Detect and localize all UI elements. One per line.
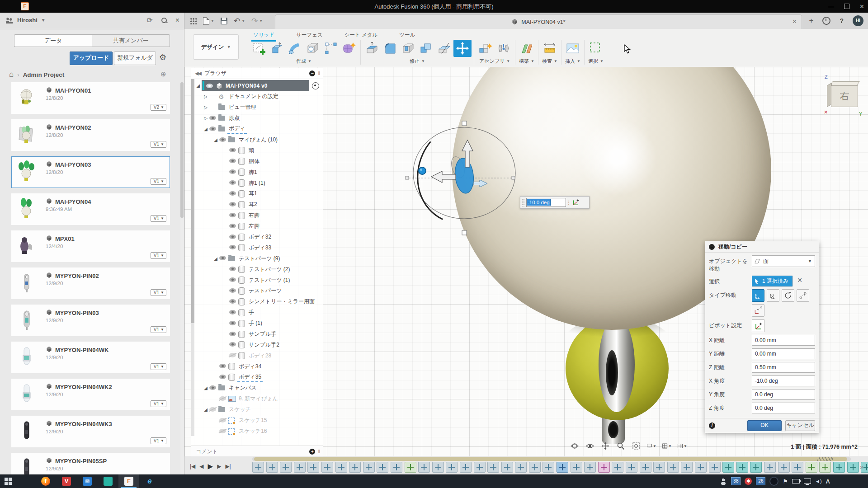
project-card[interactable]: MAI-PYON0212/8/20V1▼ bbox=[11, 119, 170, 151]
tray-badge[interactable]: 38 bbox=[731, 477, 741, 485]
close-window-button[interactable]: ✕ bbox=[859, 3, 864, 10]
timeline-feature-icon[interactable] bbox=[571, 462, 582, 473]
tree-row[interactable]: ◢テストパーツ (9) bbox=[191, 253, 323, 264]
rotate-handle-dot[interactable] bbox=[419, 167, 426, 174]
move-manipulator[interactable] bbox=[399, 108, 534, 244]
home-icon[interactable]: ⌂ bbox=[9, 70, 14, 79]
ribbon-group-label[interactable]: 検査▼ bbox=[542, 58, 557, 65]
tab-data[interactable]: データ bbox=[14, 34, 92, 47]
eye-icon[interactable] bbox=[229, 299, 236, 304]
field-input[interactable]: 0.0 deg bbox=[752, 389, 815, 400]
eye-icon[interactable] bbox=[229, 213, 236, 217]
minimize-button[interactable]: — bbox=[828, 3, 834, 10]
version-badge[interactable]: V1▼ bbox=[151, 252, 166, 259]
document-tab[interactable]: MAI-PYON04 v1* ✕ bbox=[275, 14, 802, 29]
go-to-start-button[interactable]: |◀ bbox=[190, 463, 195, 469]
tree-row[interactable]: テストパーツ bbox=[191, 286, 323, 296]
eye-icon[interactable] bbox=[229, 342, 236, 347]
project-card[interactable]: MYPYON-PIN05SP12/9/20V1▼ bbox=[11, 453, 170, 474]
timeline-feature-icon[interactable] bbox=[584, 462, 596, 473]
sweep-icon[interactable] bbox=[286, 40, 304, 57]
tree-row[interactable]: ▷⚙ドキュメントの設定 bbox=[191, 91, 323, 102]
taskbar-app-vlc[interactable]: V bbox=[56, 474, 77, 488]
timeline-feature-icon[interactable] bbox=[847, 462, 859, 473]
ime-icon[interactable]: A bbox=[826, 478, 830, 485]
timeline-feature-icon[interactable] bbox=[626, 462, 637, 473]
select-icon[interactable] bbox=[587, 40, 605, 57]
close-tab-icon[interactable]: ✕ bbox=[792, 18, 797, 25]
translate-right-arrow[interactable] bbox=[474, 180, 487, 187]
project-card[interactable]: MYPYON-PIN0312/9/20V1▼ bbox=[11, 305, 170, 336]
canvas-icon[interactable] bbox=[564, 40, 582, 57]
activate-radio-icon[interactable] bbox=[312, 82, 319, 89]
timeline-overflow-icon[interactable]: » bbox=[860, 463, 863, 470]
go-to-end-button[interactable]: ▶| bbox=[225, 463, 231, 469]
ribbon-group-label[interactable]: 修正▼ bbox=[410, 58, 425, 65]
app-launcher-icon[interactable] bbox=[190, 18, 197, 24]
taskbar-app-firefox[interactable]: f bbox=[35, 474, 56, 488]
eye-icon[interactable] bbox=[229, 310, 236, 314]
breadcrumb-project[interactable]: Admin Project bbox=[23, 71, 65, 78]
expand-icon[interactable]: ▷ bbox=[202, 94, 209, 99]
plane-icon[interactable] bbox=[518, 40, 536, 57]
sketch-icon[interactable] bbox=[250, 40, 268, 57]
tree-row[interactable]: 耳1 bbox=[191, 188, 323, 199]
tray-alert-icon[interactable]: ✱ bbox=[745, 478, 752, 485]
ribbon-group-label[interactable]: 選択▼ bbox=[588, 58, 604, 65]
measure-icon[interactable] bbox=[541, 40, 559, 57]
timeline-feature-icon[interactable] bbox=[405, 462, 416, 473]
eye-icon[interactable] bbox=[229, 202, 236, 206]
model-slot[interactable] bbox=[606, 350, 618, 395]
version-badge[interactable]: V1▼ bbox=[151, 363, 166, 370]
tree-row[interactable]: 脚1 (1) bbox=[191, 178, 323, 188]
eye-icon[interactable] bbox=[209, 407, 216, 412]
tree-row[interactable]: ◢マイぴょん (10) bbox=[191, 135, 323, 145]
taskbar-app-ie[interactable]: e bbox=[139, 474, 160, 488]
tree-row[interactable]: 頭 bbox=[191, 145, 323, 156]
field-input[interactable]: 0.00 mm bbox=[752, 335, 815, 346]
eye-icon[interactable] bbox=[229, 180, 236, 185]
drag-handle-icon[interactable] bbox=[521, 198, 525, 206]
ribbon-group-label[interactable]: 構築▼ bbox=[519, 58, 534, 65]
expand-icon[interactable]: ▷ bbox=[202, 105, 209, 110]
timeline-feature-icon[interactable] bbox=[695, 462, 707, 473]
eye-icon[interactable] bbox=[229, 235, 236, 239]
joint-icon[interactable] bbox=[495, 40, 513, 57]
timeline-feature-icon[interactable] bbox=[391, 462, 402, 473]
eye-icon[interactable] bbox=[229, 191, 236, 196]
point-to-position-icon[interactable] bbox=[752, 304, 764, 317]
move-axis-icon[interactable] bbox=[752, 289, 764, 302]
timeline-feature-icon[interactable] bbox=[819, 462, 831, 473]
tree-row[interactable]: 脚1 bbox=[191, 167, 323, 178]
view-cube[interactable]: Z 右 ✕ Y bbox=[821, 73, 866, 123]
timeline-feature-icon[interactable] bbox=[612, 462, 623, 473]
taskbar-app-mail[interactable]: ✉ bbox=[77, 474, 98, 488]
comment-bar[interactable]: コメント + ‖ bbox=[191, 446, 323, 456]
value-input-toolbar[interactable]: -10.0 deg ⋮ bbox=[520, 196, 590, 209]
search-icon[interactable] bbox=[161, 17, 167, 23]
hole-icon[interactable] bbox=[304, 40, 322, 57]
eye-icon[interactable] bbox=[219, 418, 226, 422]
volume-icon[interactable]: ◄) bbox=[815, 479, 822, 484]
timeline-feature-icon[interactable] bbox=[709, 462, 721, 473]
tree-row[interactable]: 手 (1) bbox=[191, 318, 323, 329]
collapse-icon[interactable]: ◀◀ bbox=[195, 70, 201, 76]
resize-grip-icon[interactable]: ‖ bbox=[318, 449, 320, 454]
eye-icon[interactable] bbox=[209, 116, 216, 120]
timeline-feature-icon[interactable] bbox=[557, 462, 568, 473]
tree-row[interactable]: 9. 新マイぴょん bbox=[191, 394, 323, 404]
redo-icon[interactable]: ↷ bbox=[251, 16, 258, 26]
timeline-feature-icon[interactable] bbox=[474, 462, 486, 473]
battery-icon[interactable] bbox=[792, 479, 800, 483]
point-to-point-icon[interactable] bbox=[797, 289, 809, 302]
version-badge[interactable]: V1▼ bbox=[151, 178, 166, 185]
network-icon[interactable] bbox=[804, 479, 811, 484]
timeline-feature-icon[interactable] bbox=[432, 462, 444, 473]
split-icon[interactable] bbox=[435, 40, 453, 57]
eye-icon[interactable] bbox=[229, 159, 236, 163]
tab-shared-members[interactable]: 共有メンバー bbox=[92, 34, 170, 47]
tray-badge[interactable]: 26 bbox=[756, 477, 765, 485]
expand-icon[interactable]: ◢ bbox=[212, 137, 219, 142]
timeline-feature-icon[interactable] bbox=[349, 462, 361, 473]
move-icon[interactable] bbox=[453, 40, 472, 57]
